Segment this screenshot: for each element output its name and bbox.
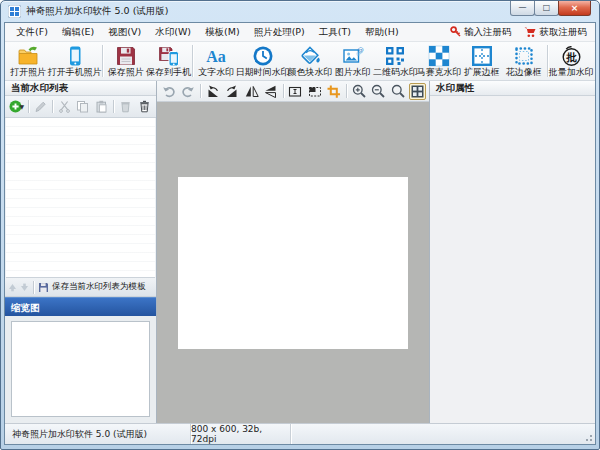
- flip-vertical-icon: [264, 85, 278, 98]
- lace-frame-button[interactable]: 花边像框: [503, 43, 545, 79]
- zoom-in-icon: [352, 84, 366, 98]
- watermark-list-toolbar: ▼: [5, 96, 156, 118]
- undo-icon: [162, 85, 176, 98]
- status-app-name: 神奇照片加水印软件 5.0 (试用版): [5, 424, 191, 444]
- menu-help[interactable]: 帮助(H): [358, 23, 406, 41]
- enter-register-code-link[interactable]: 输入注册码: [450, 26, 512, 39]
- resize-button[interactable]: [287, 83, 304, 100]
- canvas-size-button[interactable]: [306, 83, 323, 100]
- menu-view[interactable]: 视图(V): [101, 23, 148, 41]
- text-watermark-label: 文字水印: [198, 67, 234, 77]
- extend-border-icon: [471, 45, 493, 67]
- lace-frame-icon: [513, 45, 535, 67]
- qrcode-watermark-icon: [384, 45, 406, 67]
- flip-horizontal-button[interactable]: [243, 83, 260, 100]
- thumbnail-preview: [11, 321, 150, 417]
- canvas-size-icon: [308, 85, 322, 98]
- maximize-button[interactable]: □: [534, 1, 559, 16]
- open-photo-label: 打开照片: [10, 67, 46, 77]
- toolbar-separator: [346, 84, 347, 98]
- open-phone-photo-icon: [64, 45, 86, 67]
- close-button[interactable]: ×: [558, 1, 591, 16]
- trash-icon: [138, 100, 151, 113]
- minimize-button[interactable]: —: [510, 1, 535, 16]
- image-watermark-button[interactable]: @ @ 图片水印: [332, 43, 374, 79]
- rotate-right-button[interactable]: [223, 83, 240, 100]
- copy-icon: [76, 100, 89, 113]
- toolbar-separator: [192, 45, 193, 77]
- rotate-left-button[interactable]: [204, 83, 221, 100]
- qrcode-watermark-button[interactable]: 二维码水印: [374, 43, 418, 79]
- svg-text:批: 批: [565, 51, 577, 63]
- zoom-in-button[interactable]: [350, 83, 367, 100]
- canvas-column: [157, 81, 429, 423]
- crop-icon: [327, 85, 341, 98]
- menu-bar: 文件(F) 编辑(E) 视图(V) 水印(W) 模板(M) 照片处理(P) 工具…: [5, 23, 595, 42]
- edit-watermark-button[interactable]: [32, 98, 49, 115]
- chevron-down-icon: ▼: [20, 103, 25, 110]
- cut-button[interactable]: [56, 98, 73, 115]
- save-photo-icon: [115, 45, 137, 67]
- menu-template[interactable]: 模板(M): [198, 23, 247, 41]
- flip-vertical-button[interactable]: [262, 83, 279, 100]
- toolbar-separator: [547, 45, 548, 77]
- watermark-properties-header: 水印属性: [430, 81, 595, 96]
- menu-edit[interactable]: 编辑(E): [55, 23, 101, 41]
- extend-border-button[interactable]: 扩展边框: [461, 43, 503, 79]
- save-to-phone-label: 保存到手机: [146, 67, 191, 77]
- menu-watermark[interactable]: 水印(W): [148, 23, 198, 41]
- main-area: 当前水印列表 ▼: [5, 81, 595, 423]
- menu-tools[interactable]: 工具(T): [312, 23, 358, 41]
- open-phone-photo-label: 打开手机照片: [48, 67, 102, 77]
- zoom-actual-size-button[interactable]: [389, 83, 406, 100]
- open-photo-icon: [17, 45, 39, 67]
- zoom-out-button[interactable]: [370, 83, 387, 100]
- register-links: 输入注册码 获取注册码: [450, 26, 591, 39]
- fit-to-window-icon: [411, 85, 424, 98]
- photo-image[interactable]: [178, 177, 408, 349]
- open-phone-photo-button[interactable]: 打开手机照片: [49, 43, 100, 79]
- save-template-bar: 保存当前水印列表为模板: [5, 278, 156, 297]
- save-to-phone-button[interactable]: 保存到手机: [147, 43, 191, 79]
- batch-watermark-button[interactable]: 批 批量加水印: [549, 43, 593, 79]
- menu-file[interactable]: 文件(F): [9, 23, 55, 41]
- delete-button[interactable]: [117, 98, 134, 115]
- toolbar-separator: [52, 100, 53, 113]
- lace-frame-label: 花边像框: [506, 67, 542, 77]
- color-block-watermark-label: 颜色块水印: [287, 67, 332, 77]
- title-bar[interactable]: 神奇照片加水印软件 5.0 (试用版) — □ ×: [4, 1, 596, 22]
- add-watermark-button[interactable]: ▼: [8, 98, 25, 115]
- get-register-code-label: 获取注册码: [540, 26, 588, 39]
- resize-grip[interactable]: [583, 432, 593, 442]
- save-photo-button[interactable]: 保存照片: [105, 43, 147, 79]
- text-watermark-icon: Aa: [205, 45, 227, 67]
- toolbar-separator: [200, 84, 201, 98]
- undo-button[interactable]: [160, 83, 177, 100]
- text-watermark-button[interactable]: Aa 文字水印: [195, 43, 237, 79]
- color-block-watermark-icon: [299, 45, 321, 67]
- cart-icon: [524, 26, 537, 38]
- toolbar-separator: [28, 100, 29, 113]
- crop-button[interactable]: [326, 83, 343, 100]
- delete-all-button[interactable]: [136, 98, 153, 115]
- copy-button[interactable]: [75, 98, 92, 115]
- save-template-button[interactable]: 保存当前水印列表为模板: [52, 281, 146, 293]
- client-area: 文件(F) 编辑(E) 视图(V) 水印(W) 模板(M) 照片处理(P) 工具…: [4, 22, 596, 445]
- mosaic-watermark-button[interactable]: 马赛克水印: [417, 43, 461, 79]
- watermark-list[interactable]: [6, 118, 155, 278]
- rotate-right-icon: [225, 85, 239, 98]
- down-arrow-icon[interactable]: [20, 283, 29, 292]
- datetime-watermark-button[interactable]: 日期时间水印: [237, 43, 288, 79]
- up-arrow-icon[interactable]: [8, 283, 17, 292]
- watermark-properties-panel: 水印属性: [429, 81, 595, 423]
- zoom-actual-size-icon: [391, 84, 405, 98]
- app-grid-icon[interactable]: [8, 5, 21, 18]
- paste-button[interactable]: [93, 98, 110, 115]
- photo-canvas[interactable]: [157, 102, 429, 423]
- get-register-code-link[interactable]: 获取注册码: [524, 26, 588, 39]
- open-photo-button[interactable]: 打开照片: [7, 43, 49, 79]
- fit-to-window-button[interactable]: [409, 83, 426, 100]
- color-block-watermark-button[interactable]: 颜色块水印: [288, 43, 332, 79]
- menu-photo-process[interactable]: 照片处理(P): [247, 23, 312, 41]
- redo-button[interactable]: [179, 83, 196, 100]
